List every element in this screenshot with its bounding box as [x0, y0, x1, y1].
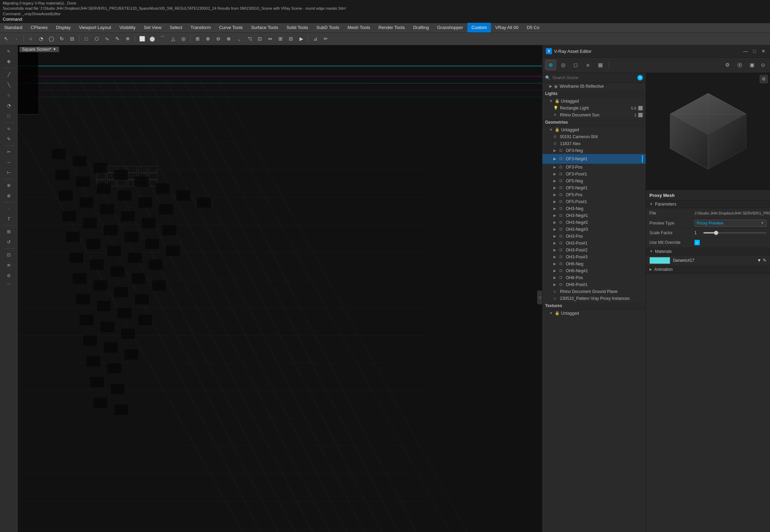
- of3-pos-item[interactable]: ▶ ⊡ OF3-Pos: [542, 164, 646, 171]
- rhino-sun-item[interactable]: ☀ Rhino Document Sun 1: [542, 112, 646, 118]
- ae-tab-render-elements[interactable]: ≡: [582, 60, 593, 70]
- menu-d5[interactable]: D5 Co: [523, 23, 544, 32]
- tool-join[interactable]: ⊕: [2, 181, 16, 190]
- tool-points[interactable]: ·: [2, 204, 16, 213]
- oh6-neg-item[interactable]: ▶ ⊡ OH6-Neg: [542, 260, 646, 267]
- tool-curvature[interactable]: ⌒: [2, 281, 16, 291]
- menu-grasshopper[interactable]: Grasshopper: [433, 23, 467, 32]
- menu-transform[interactable]: Transform: [186, 23, 215, 32]
- lights-untagged-group[interactable]: ▼ 🔒 Untagged: [542, 98, 646, 105]
- of5-neg1-item[interactable]: ▶ ⊡ OF5-Neg#1: [542, 184, 646, 191]
- menu-select[interactable]: Select: [165, 23, 186, 32]
- toolbar-circle[interactable]: ○: [26, 34, 36, 44]
- menu-curve-tools[interactable]: Curve Tools: [215, 23, 247, 32]
- menu-mesh-tools[interactable]: Mesh Tools: [343, 23, 374, 32]
- tool-trim[interactable]: ✂: [2, 147, 16, 157]
- of3-pos1-item[interactable]: ▶ ⊡ OF3-Pos#1: [542, 171, 646, 178]
- cameron-item[interactable]: ⊙ 00191 Cameron 004: [542, 133, 646, 140]
- toolbar-nurbs[interactable]: ※: [123, 34, 133, 44]
- panel-collapse-handle[interactable]: ◁: [537, 291, 542, 304]
- viewport-area[interactable]: Square Screen* ▼: [18, 45, 542, 532]
- menu-surface-tools[interactable]: Surface Tools: [247, 23, 283, 32]
- menu-render-tools[interactable]: Render Tools: [374, 23, 409, 32]
- toolbar-sphere[interactable]: ⬤: [148, 34, 157, 44]
- toolbar-fillet[interactable]: ◟: [234, 34, 244, 44]
- toolbar-rotate[interactable]: ↻: [57, 34, 67, 44]
- ae-close-btn[interactable]: ✕: [760, 48, 767, 54]
- menu-visibility[interactable]: Visibility: [115, 23, 140, 32]
- of5-pos-item[interactable]: ▶ ⊡ OF5-Pos: [542, 191, 646, 198]
- ae-tab-render[interactable]: ⦿: [734, 60, 745, 70]
- tool-freeform[interactable]: ✎: [2, 134, 16, 144]
- materials-header[interactable]: ▼ Materials: [646, 248, 770, 256]
- viewport-label[interactable]: Square Screen* ▼: [19, 47, 59, 52]
- oh6-neg1-item[interactable]: ▶ ⊡ OH6-Neg#1: [542, 267, 646, 274]
- tool-rect[interactable]: □: [2, 111, 16, 121]
- menu-viewport-layout[interactable]: Viewport Layout: [75, 23, 115, 32]
- material-color-swatch[interactable]: [649, 257, 670, 264]
- ae-tab-lights[interactable]: ◎: [558, 60, 569, 70]
- oh6-pos1-item[interactable]: ▶ ⊡ OH6-Pos#1: [542, 281, 646, 288]
- toolbar-mesh[interactable]: ⊟: [286, 34, 296, 44]
- menu-standard[interactable]: Standard: [0, 23, 27, 32]
- rectangle-light-item[interactable]: 💡 Rectangle Light 5.6: [542, 105, 646, 112]
- menu-custom[interactable]: Custom: [467, 23, 491, 32]
- animation-header[interactable]: ▶ Animation: [646, 266, 770, 274]
- preview-type-dropdown[interactable]: Proxy Preview ▼: [694, 220, 767, 227]
- toolbar-rectangle[interactable]: □: [82, 34, 91, 44]
- toolbar-select[interactable]: ↖: [1, 34, 11, 44]
- tool-explode[interactable]: ⊗: [2, 191, 16, 201]
- tool-move[interactable]: ✥: [2, 57, 16, 67]
- tool-analyze[interactable]: ⊡: [2, 250, 16, 260]
- ae-tab-materials[interactable]: ⊕: [545, 60, 556, 70]
- search-clear-btn[interactable]: ✕: [637, 75, 643, 80]
- toolbar-point[interactable]: ·: [12, 34, 21, 44]
- tool-text[interactable]: T: [2, 214, 16, 224]
- slider-track[interactable]: [703, 232, 767, 234]
- ae-maximize-btn[interactable]: □: [751, 48, 758, 54]
- oh3-pos1-item[interactable]: ▶ ⊡ OH3-Pos#1: [542, 240, 646, 247]
- tool-zebra[interactable]: ≋: [2, 260, 16, 270]
- ae-minimize-btn[interactable]: —: [742, 48, 749, 54]
- menu-solid-tools[interactable]: Solid Tools: [282, 23, 312, 32]
- ae-tab-settings[interactable]: ▦: [595, 60, 606, 70]
- material-dropdown-btn[interactable]: ▼: [757, 258, 761, 263]
- pattern-item[interactable]: ⊙ 230510_Pattern Vray Proxy Instances: [542, 295, 646, 302]
- parameters-header[interactable]: ▼ Parameters: [646, 200, 770, 208]
- oh3-pos2-item[interactable]: ▶ ⊡ OH3-Pos#2: [542, 247, 646, 254]
- toolbar-cylinder[interactable]: ⌒: [158, 34, 168, 44]
- ae-tab-view[interactable]: ▣: [747, 60, 758, 70]
- of3-neg1-item[interactable]: ▶ ⊡ OF3-Neg#1: [542, 154, 646, 164]
- tool-line[interactable]: ╱: [2, 70, 16, 79]
- tool-polyline[interactable]: ╲: [2, 80, 16, 90]
- textures-untagged-group[interactable]: ▼ 🔒 Untagged: [542, 310, 646, 317]
- menu-vray[interactable]: VRay All 00: [491, 23, 522, 32]
- preview-settings-btn[interactable]: ⚙: [760, 75, 768, 83]
- of5-pos1-item[interactable]: ▶ ⊡ OF5-Pos#1: [542, 198, 646, 205]
- tool-history[interactable]: ↺: [2, 237, 16, 247]
- menu-cplanes[interactable]: CPlanes: [27, 23, 52, 32]
- of5-neg-item[interactable]: ▶ ⊡ OF5-Neg: [542, 178, 646, 184]
- toolbar-annotation[interactable]: ✏: [321, 34, 331, 44]
- tool-snappy[interactable]: ⊞: [2, 227, 16, 237]
- tool-split[interactable]: ⊢: [2, 168, 16, 178]
- oh6-pos-item[interactable]: ▶ ⊡ OH6-Pos: [542, 274, 646, 281]
- alex-item[interactable]: ⊙ 11837 Alex: [542, 140, 646, 147]
- menu-drafting[interactable]: Drafting: [409, 23, 433, 32]
- toolbar-mirror[interactable]: ⇔: [265, 34, 275, 44]
- ae-tab-gear[interactable]: ⚙: [722, 60, 733, 70]
- ground-plane-item[interactable]: ⊙ Rhino Document Ground Plane: [542, 288, 646, 295]
- tool-arc[interactable]: ◔: [2, 101, 16, 111]
- use-mtl-override-checkbox[interactable]: ✓: [694, 240, 700, 245]
- toolbar-ellipse[interactable]: ◯: [47, 34, 56, 44]
- tool-draft[interactable]: ⊘: [2, 271, 16, 281]
- ae-tab-geometry[interactable]: ◻: [570, 60, 581, 70]
- toolbar-scale[interactable]: ⊟: [67, 34, 77, 44]
- toolbar-render[interactable]: ▶: [296, 34, 306, 44]
- ae-extra-btn[interactable]: ⊙: [759, 61, 767, 69]
- tool-extend[interactable]: ↔: [2, 158, 16, 167]
- toolbar-boolean-int[interactable]: ⊗: [224, 34, 234, 44]
- menu-display[interactable]: Display: [52, 23, 75, 32]
- of3-neg-item[interactable]: ▶ ⊡ OF3-Neg: [542, 147, 646, 154]
- oh3-pos3-item[interactable]: ▶ ⊡ OH3-Pos#3: [542, 254, 646, 260]
